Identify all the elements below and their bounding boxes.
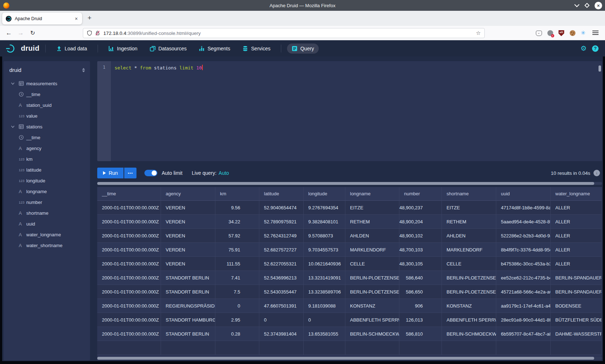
table-cell[interactable]: 2000-01-01T00:00:00.000Z <box>97 201 161 215</box>
scrollbar-thumb[interactable] <box>97 357 594 360</box>
table-cell[interactable]: 6b595707-8c47-4bc7-a8 <box>496 327 551 341</box>
table-cell[interactable]: RETHEM <box>442 215 496 229</box>
table-cell[interactable]: ALLER <box>551 257 602 271</box>
table-cell[interactable]: 7.5 <box>215 285 259 299</box>
table-cell[interactable]: 2000-01-01T00:00:00.000Z <box>97 257 161 271</box>
tree-column-uuid[interactable]: Auuid <box>4 218 90 229</box>
table-cell[interactable]: 52.9040654474 <box>259 201 304 215</box>
table-cell[interactable]: MARKLENDORF <box>345 243 399 257</box>
table-cell[interactable]: 34.22 <box>215 215 259 229</box>
run-more-button[interactable]: ••• <box>124 168 136 178</box>
table-cell[interactable]: 2000-01-01T00:00:00.000Z <box>97 327 161 341</box>
table-cell[interactable]: 47174d8f-1b8e-4599-8a <box>496 201 551 215</box>
tree-column-station-uuid[interactable]: Astation_uuid <box>4 100 90 110</box>
pocket-icon[interactable]: ⌄ <box>536 31 542 36</box>
table-cell[interactable]: BERLIN-PLOETZENSEE C <box>442 271 496 285</box>
table-cell[interactable]: DAHME-WASSERSTRAS <box>551 327 602 341</box>
tree-column---time[interactable]: __time <box>4 132 90 143</box>
table-cell[interactable]: 13.653581055 <box>304 327 345 341</box>
double-caret-sort-icon[interactable] <box>82 68 85 72</box>
header-cell-number[interactable]: number <box>399 187 442 201</box>
table-cell[interactable]: AHLDEN <box>442 229 496 243</box>
new-tab-button[interactable]: + <box>88 14 91 22</box>
table-cell[interactable]: REGIERUNGSPRÄSIDIUM <box>161 299 215 313</box>
table-cell[interactable]: STANDORT BERLIN <box>161 271 215 285</box>
table-cell[interactable]: 48,300,105 <box>399 257 442 271</box>
table-cell[interactable]: 2000-01-01T00:00:00.000Z <box>97 243 161 257</box>
table-cell[interactable]: 10.0621640936 <box>304 257 345 271</box>
window-close-icon[interactable]: × <box>595 2 602 9</box>
tree-column-number[interactable]: 123number <box>4 197 90 208</box>
table-cell[interactable]: 2000-01-01T00:00:00.000Z <box>97 229 161 243</box>
chevron-down-icon[interactable] <box>11 82 19 86</box>
table-cell[interactable]: 8b4f9f7c-3376-4dd8-95c <box>496 243 551 257</box>
nav-item-load-data[interactable]: Load data <box>51 44 92 54</box>
table-cell[interactable]: 47.6607501391 <box>259 299 304 313</box>
table-cell[interactable]: EITZE <box>442 201 496 215</box>
table-cell[interactable]: 2000-01-01T00:00:00.000Z <box>97 285 161 299</box>
cookie-extension-icon[interactable] <box>570 30 575 36</box>
table-cell[interactable]: VERDEN <box>161 201 215 215</box>
menu-hamburger-icon[interactable] <box>592 31 599 31</box>
table-cell[interactable]: 586,650 <box>399 285 442 299</box>
table-cell[interactable]: KONSTANZ <box>442 299 496 313</box>
table-cell[interactable]: 52.7890975921 <box>259 215 304 229</box>
containers-icon[interactable] <box>547 30 553 36</box>
nav-item-services[interactable]: Services <box>238 44 275 54</box>
table-cell[interactable]: KONSTANZ <box>345 299 399 313</box>
table-cell[interactable]: 0.28 <box>215 327 259 341</box>
table-cell[interactable]: VERDEN <box>161 215 215 229</box>
tree-column-shortname[interactable]: Ashortname <box>4 208 90 218</box>
table-cell[interactable]: ALLER <box>551 229 602 243</box>
tree-column---time[interactable]: __time <box>4 89 90 100</box>
nav-item-ingestion[interactable]: Ingestion <box>104 44 142 54</box>
tree-column-km[interactable]: 123km <box>4 154 90 164</box>
table-cell[interactable]: 52.3743981404 <box>259 327 304 341</box>
nav-item-segments[interactable]: Segments <box>194 44 235 54</box>
table-cell[interactable]: 906 <box>399 299 442 313</box>
table-cell[interactable]: AHLDEN <box>345 229 399 243</box>
table-cell[interactable]: STANDORT BERLIN <box>161 327 215 341</box>
run-button[interactable]: Run <box>97 168 124 178</box>
table-cell[interactable]: 2000-01-01T00:00:00.000Z <box>97 215 161 229</box>
table-cell[interactable]: BERLIN-PLOETZENSEE U <box>442 285 496 299</box>
table-cell[interactable]: 52.6227055321 <box>259 257 304 271</box>
url-text[interactable]: 172.18.0.4:30899/unified-console.html#qu… <box>103 31 476 36</box>
table-cell[interactable]: 126,013 <box>399 313 442 327</box>
table-cell[interactable]: 0 <box>304 313 345 327</box>
table-cell[interactable]: 9.3828408101 <box>304 215 345 229</box>
table-cell[interactable]: 111.55 <box>215 257 259 271</box>
table-cell[interactable]: STANDORT HAMBURG <box>161 313 215 327</box>
header-cell-longitude[interactable]: longitude <box>304 187 345 201</box>
table-cell[interactable]: 57.92 <box>215 229 259 243</box>
query-editor[interactable]: 1 select * from stations limit 10 <box>97 61 602 161</box>
table-cell[interactable]: 9.7034557573 <box>304 243 345 257</box>
table-cell[interactable]: 48,900,204 <box>399 215 442 229</box>
table-cell[interactable]: 5aaed954-de4e-4528-8f <box>496 215 551 229</box>
table-cell[interactable]: MARKLENDORF <box>442 243 496 257</box>
table-cell[interactable]: 9.57088073 <box>304 229 345 243</box>
table-cell[interactable]: 52.6827572727 <box>259 243 304 257</box>
tree-column-latitude[interactable]: 123latitude <box>4 164 90 175</box>
table-cell[interactable]: 9.2767694354 <box>304 201 345 215</box>
table-scrollbar-bottom[interactable] <box>97 357 602 360</box>
table-cell[interactable]: 13.3231419091 <box>304 271 345 285</box>
table-cell[interactable]: b475386c-30cc-453a-b3 <box>496 257 551 271</box>
table-cell[interactable]: ABBENFLETH SPERRWER <box>442 313 496 327</box>
nav-item-query[interactable]: Query <box>287 44 319 54</box>
tab-close-icon[interactable]: × <box>74 16 79 22</box>
download-icon[interactable]: ↓ <box>593 170 600 176</box>
table-cell[interactable]: 75.91 <box>215 243 259 257</box>
tree-table-stations[interactable]: stations <box>4 121 90 132</box>
table-cell[interactable]: 2.95 <box>215 313 259 327</box>
settings-gear-icon[interactable]: ⚙ <box>581 44 587 53</box>
tree-column-longitude[interactable]: 123longitude <box>4 175 90 186</box>
table-cell[interactable]: BERLIN-SCHMOECKWITZ <box>442 327 496 341</box>
table-cell[interactable]: ALLER <box>551 201 602 215</box>
ublock-icon[interactable]: uO <box>559 30 564 36</box>
table-cell[interactable]: BERLIN-SCHMOECKWITZ <box>345 327 399 341</box>
table-cell[interactable]: 52.5430355447 <box>259 285 304 299</box>
shield-icon[interactable] <box>87 30 92 36</box>
table-cell[interactable]: 586,640 <box>399 271 442 285</box>
table-cell[interactable]: 2000-01-01T00:00:00.000Z <box>97 313 161 327</box>
